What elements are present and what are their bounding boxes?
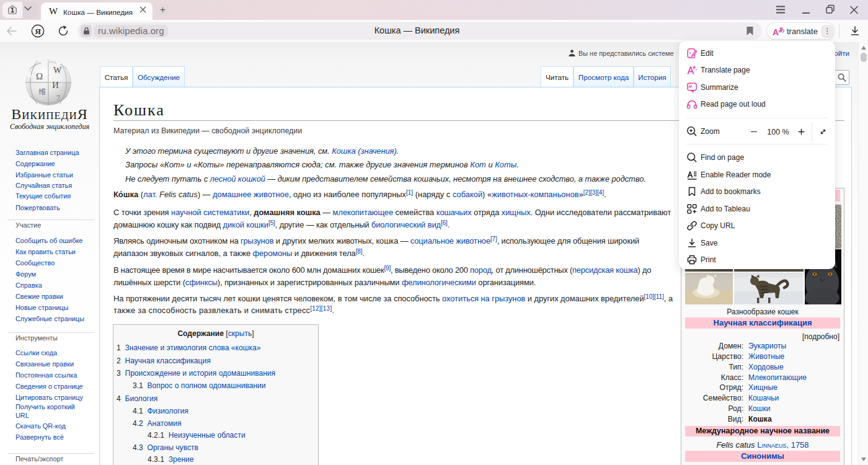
svg-text:Ω: Ω [36,71,43,81]
svg-text:И: И [52,80,59,90]
svg-text:7: 7 [56,94,60,102]
svg-text:あ: あ [779,26,785,33]
svg-text:A: A [773,27,779,37]
svg-text:维: 维 [38,87,46,96]
svg-text:W: W [53,66,62,75]
svg-text:Я: Я [35,27,41,36]
